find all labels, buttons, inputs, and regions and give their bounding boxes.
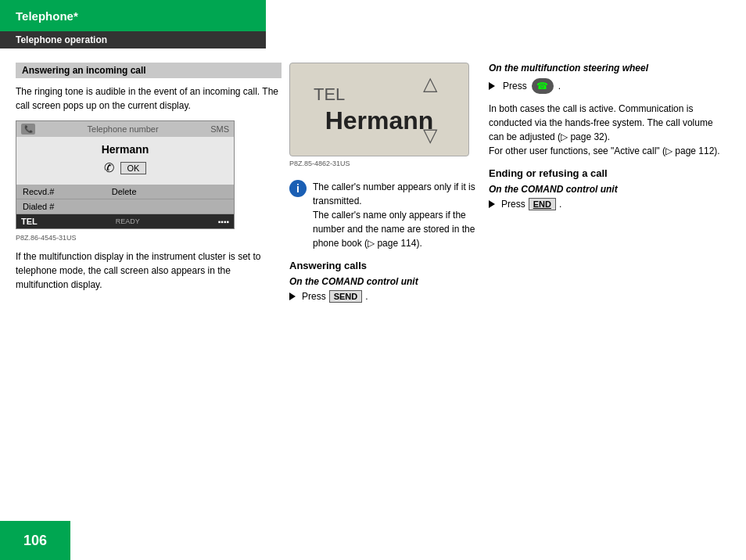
ending-title: Ending or refusing a call xyxy=(489,167,723,179)
tel-name: Hermann xyxy=(325,106,434,135)
tel-display-caption: P8Z.85-4862-31US xyxy=(289,160,477,167)
phone-bottom-bar: TEL READY ▪▪▪▪ xyxy=(16,214,234,228)
press-label-right: Press xyxy=(503,81,527,92)
tel-placeholder: Telephone number xyxy=(88,124,159,134)
left-body-text-2: If the multifunction display in the inst… xyxy=(16,249,282,292)
press-end-row: Press END . xyxy=(489,198,723,210)
page-number: 106 xyxy=(23,533,47,549)
ready-label: READY xyxy=(116,217,140,225)
page-title: Telephone* xyxy=(16,9,78,23)
arrow-down-icon: ▽ xyxy=(423,124,437,146)
signal-bars: ▪▪▪▪ xyxy=(218,217,229,226)
left-column: Answering an incoming call The ringing t… xyxy=(16,63,282,292)
info-text: The caller's number appears only if it i… xyxy=(313,180,477,250)
photo-caption-left: P8Z.86-4545-31US xyxy=(16,234,282,242)
end-period: . xyxy=(559,199,561,210)
arrow-up-icon: △ xyxy=(423,73,437,95)
steering-title: On the multifunction steering wheel xyxy=(489,63,723,74)
green-phone-button[interactable]: ☎ xyxy=(532,78,554,94)
bullet-arrow-center xyxy=(289,293,296,300)
right-column: On the multifunction steering wheel Pres… xyxy=(489,63,723,217)
press-send-row: Press SEND . xyxy=(289,290,477,303)
section-label: Answering an incoming call xyxy=(16,63,282,78)
on-comand-title-center: On the COMAND control unit xyxy=(289,276,477,287)
tel-bottom-label: TEL xyxy=(21,217,38,226)
info-text-2: The caller's name only appears if the nu… xyxy=(313,210,475,249)
bullet-arrow-end xyxy=(489,200,495,208)
press-label-center: Press xyxy=(302,291,326,302)
ok-button[interactable]: OK xyxy=(120,162,147,174)
answering-title: Answering calls xyxy=(289,260,477,271)
info-icon: i xyxy=(289,180,307,197)
press-label-right2: Press xyxy=(501,199,525,210)
press-period: . xyxy=(558,81,561,92)
subtitle: Telephone operation xyxy=(16,34,107,45)
tel-word: TEL xyxy=(314,84,345,105)
phone-ui-mockup: 📞 Telephone number SMS Hermann ✆ OK Recv… xyxy=(16,120,235,229)
info-text-1: The caller's number appears only if it i… xyxy=(313,181,475,206)
send-button[interactable]: SEND xyxy=(329,290,363,303)
on-comand-title-right: On the COMAND control unit xyxy=(489,184,723,195)
recvd-button[interactable]: Recvd.# Delete xyxy=(16,185,234,199)
left-body-text-1: The ringing tone is audible in the event… xyxy=(16,84,282,113)
tel-display: △ TEL Hermann ▽ xyxy=(289,63,469,156)
call-icon: ✆ xyxy=(104,160,114,175)
subheader-bar: Telephone operation xyxy=(0,31,266,48)
right-body-text: In both cases the call is active. Commun… xyxy=(489,102,723,158)
header-green-bar: Telephone* xyxy=(0,0,266,31)
send-period: . xyxy=(365,291,368,302)
sms-label: SMS xyxy=(210,124,229,134)
center-column: △ TEL Hermann ▽ P8Z.85-4862-31US i The c… xyxy=(289,63,477,309)
info-box: i The caller's number appears only if it… xyxy=(289,180,477,250)
press-phone-row: Press ☎ . xyxy=(489,78,723,94)
dialed-button[interactable]: Dialed # xyxy=(16,199,234,214)
bullet-arrow-right xyxy=(489,82,495,90)
phone-icon: 📞 xyxy=(21,124,35,135)
phone-topbar: 📞 Telephone number SMS xyxy=(16,121,234,137)
end-button[interactable]: END xyxy=(529,198,556,210)
phone-main-area: Hermann ✆ OK xyxy=(16,137,234,185)
caller-name: Hermann xyxy=(23,143,228,156)
phone-ok-area: ✆ OK xyxy=(23,160,228,175)
page-number-box: 106 xyxy=(0,521,70,560)
answering-section: Answering calls On the COMAND control un… xyxy=(289,260,477,303)
